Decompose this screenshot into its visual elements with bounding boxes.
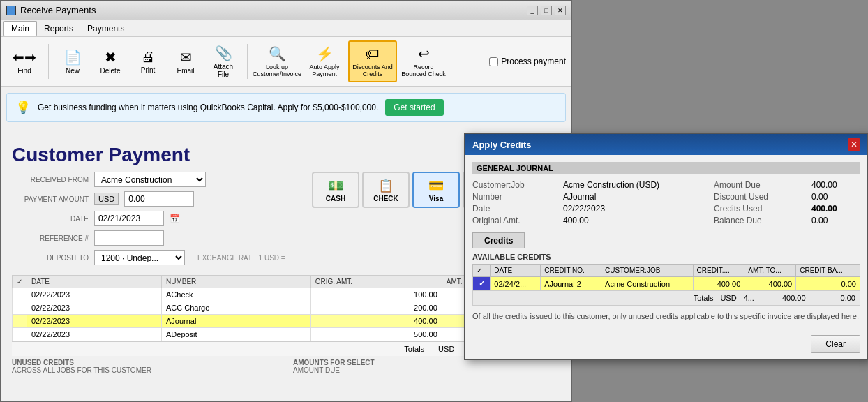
menu-reports[interactable]: Reports	[37, 22, 80, 36]
col-check: ✓	[473, 265, 491, 277]
credits-used-value: 400.00	[811, 204, 860, 214]
credits-table-body: ✓ 02/24/2... AJournal 2 Acme Constructio…	[473, 277, 860, 291]
dialog-footer: Clear	[465, 329, 867, 359]
cash-label: CASH	[326, 195, 345, 202]
totals-currency: USD	[438, 345, 454, 353]
orig-amt-value: 400.00	[563, 216, 707, 225]
menu-main[interactable]: Main	[3, 21, 37, 36]
reference-input[interactable]	[94, 230, 164, 246]
row-number: AJournal	[161, 315, 310, 328]
col-amt-to: AMT. TO...	[744, 265, 796, 277]
amounts-section: AMOUNTS FOR SELECT AMOUNT DUE	[293, 359, 560, 374]
record-bounced-button[interactable]: ↩ Record Bounced Check	[398, 40, 449, 82]
row-orig-amt: 200.00	[310, 302, 442, 315]
balance-due-label: Balance Due	[714, 216, 805, 225]
find-label: Find	[17, 67, 31, 75]
print-icon: 🖨	[141, 49, 155, 65]
balance-due-value: 0.00	[811, 216, 860, 225]
totals-label: Totals	[404, 345, 424, 353]
date-label: DATE	[12, 215, 89, 223]
credits-used-label: Credits Used	[714, 204, 805, 214]
visa-button[interactable]: 💳 Visa	[412, 172, 460, 208]
check-label: CHECK	[373, 195, 398, 202]
number-value: AJournal	[563, 192, 707, 202]
toolbar-divider-2	[247, 44, 248, 79]
received-from-select[interactable]: Acme Construction	[94, 172, 206, 187]
unused-credits-subtitle: ACROSS ALL JOBS FOR THIS CUSTOMER	[12, 366, 279, 374]
print-label: Print	[141, 66, 156, 74]
reference-label: REFERENCE #	[12, 234, 89, 242]
credits-header-row: ✓ DATE CREDIT NO. CUSTOMER:JOB CREDIT...…	[473, 265, 860, 277]
delete-button[interactable]: ✖ Delete	[92, 40, 128, 82]
col-check: ✓	[13, 276, 27, 288]
deposit-to-label: DEPOSIT TO	[12, 254, 89, 262]
row-check[interactable]	[13, 302, 27, 315]
reference-row: REFERENCE #	[12, 230, 291, 246]
bounced-icon: ↩	[418, 45, 430, 62]
maximize-button[interactable]: □	[541, 6, 552, 15]
print-button[interactable]: 🖨 Print	[130, 40, 166, 82]
attach-label: Attach File	[207, 63, 239, 78]
row-date: 02/22/2023	[27, 288, 162, 302]
minimize-button[interactable]: _	[527, 6, 538, 15]
cash-button[interactable]: 💵 CASH	[312, 172, 359, 208]
credit-row-check[interactable]: ✓	[473, 277, 491, 291]
credits-table-row[interactable]: ✓ 02/24/2... AJournal 2 Acme Constructio…	[473, 277, 860, 291]
row-check[interactable]	[13, 315, 27, 328]
process-payment-checkbox[interactable]	[489, 57, 498, 66]
payment-amount-input[interactable]	[124, 191, 194, 207]
date-label-2: Date	[472, 204, 556, 214]
email-button[interactable]: ✉ Email	[167, 40, 204, 82]
toolbar: ⬅➡ Find 📄 New ✖ Delete 🖨 Print ✉ Email	[1, 37, 571, 87]
col-credit-amt: CREDIT....	[693, 265, 744, 277]
received-from-label: RECEIVED FROM	[12, 176, 89, 184]
credit-row-date: 02/24/2...	[491, 277, 541, 291]
discounts-icon: 🏷	[366, 46, 380, 62]
dialog-close-button[interactable]: ✕	[848, 138, 860, 151]
lookup-button[interactable]: 🔍 Look up Customer/Invoice	[253, 40, 301, 82]
clear-button[interactable]: Clear	[811, 335, 860, 353]
process-payment-label: Process payment	[501, 57, 566, 66]
discounts-label: Discounts And Credits	[351, 64, 394, 77]
exchange-rate-label: EXCHANGE RATE 1 USD =	[197, 254, 285, 262]
deposit-to-select[interactable]: 1200 · Undep...	[94, 250, 185, 265]
bounced-label: Record Bounced Check	[401, 64, 447, 77]
discount-used-label: Discount Used	[714, 192, 805, 202]
new-icon: 📄	[64, 49, 82, 66]
attach-file-button[interactable]: 📎 Attach File	[205, 40, 241, 82]
auto-apply-icon: ⚡	[316, 45, 334, 62]
toolbar-divider-1	[48, 44, 49, 79]
new-button[interactable]: 📄 New	[54, 40, 91, 82]
col-date: DATE	[27, 276, 162, 288]
check-button[interactable]: 📋 CHECK	[362, 172, 410, 208]
row-number: ACheck	[161, 288, 310, 302]
discounts-credits-button[interactable]: 🏷 Discounts And Credits	[348, 40, 397, 82]
visa-label: Visa	[429, 195, 443, 202]
payment-amount-row: PAYMENT AMOUNT USD	[12, 191, 291, 207]
delete-icon: ✖	[105, 49, 117, 66]
credits-totals-amount: 4...	[744, 294, 754, 302]
row-date: 02/22/2023	[27, 315, 162, 328]
get-started-button[interactable]: Get started	[385, 99, 443, 116]
date-input[interactable]	[94, 211, 164, 226]
credit-row-cj: Acme Construction	[601, 277, 694, 291]
menu-bar: Main Reports Payments	[1, 20, 571, 37]
calendar-icon[interactable]: 📅	[170, 214, 180, 223]
row-check[interactable]	[13, 288, 27, 302]
amount-due-label-2: Amount Due	[714, 180, 805, 190]
form-left: RECEIVED FROM Acme Construction PAYMENT …	[12, 172, 291, 269]
find-icon: ⬅➡	[13, 49, 36, 66]
credits-tab[interactable]: Credits	[472, 232, 525, 248]
deposit-to-row: DEPOSIT TO 1200 · Undep... EXCHANGE RATE…	[12, 250, 291, 265]
find-button[interactable]: ⬅➡ Find	[6, 40, 43, 82]
auto-apply-button[interactable]: ⚡ Auto Apply Payment	[302, 40, 347, 82]
menu-payments[interactable]: Payments	[80, 22, 131, 36]
row-orig-amt: 100.00	[310, 288, 442, 302]
credit-row-bal: 0.00	[796, 277, 860, 291]
close-button[interactable]: ✕	[555, 6, 566, 15]
cash-icon: 💵	[328, 178, 343, 193]
credit-row-no: AJournal 2	[541, 277, 601, 291]
row-check[interactable]	[13, 328, 27, 341]
credits-totals-amtto: 400.00	[782, 294, 806, 302]
credit-row-amt: 400.00	[693, 277, 744, 291]
